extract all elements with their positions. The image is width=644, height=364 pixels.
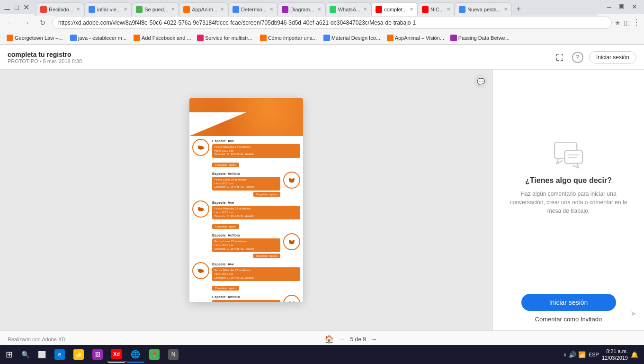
tab-close-icon[interactable]: ✕ [269,7,273,12]
task-view-button[interactable]: ⬜ [34,346,50,363]
comment-sidebar: ¿Tienes algo que decir? Haz algún coment… [492,70,644,330]
minimize-icon[interactable]: ⚊ [4,3,10,12]
card-detail-text-1: Fecha: Miércoles 27 de febreroHora: 09:2… [215,146,298,156]
speaker-icon[interactable]: 🔊 [569,351,576,358]
forward-button[interactable]: → [20,16,33,29]
completar-registro-btn-1[interactable]: Completar registro [212,163,239,167]
network-icon[interactable]: 📶 [578,351,586,358]
taskbar-right: ∧ 🔊 📶 ESP 8:21 a.m. 12/03/2019 🔔 [563,348,642,362]
bookmark-appanimal[interactable]: AppAnimal – Visión... [384,34,446,42]
page-info: 5 de 9 [350,336,366,343]
bird-icon-circle-5 [192,262,209,279]
bookmark-addfacebook[interactable]: Add Facebook and ... [131,34,192,42]
tab-whatsapp[interactable]: WhatsA... ✕ [325,2,372,16]
adobexd-taskbar-btn[interactable]: Xd [107,346,125,363]
send-icon[interactable]: ➤ [630,309,636,318]
bookmark-material[interactable]: Material Design Ico... [321,34,382,42]
card-species-4: Especie: Anfibio [212,233,280,237]
maps-taskbar-btn[interactable]: 📍 [145,346,163,363]
xd-canvas: 💬 [0,70,492,330]
card-detail-text-3: Fecha: Miércoles 27 de febreroHora: 09:2… [215,207,298,218]
win-minimize-btn[interactable]: – [604,3,614,11]
win-close-btn[interactable]: ✕ [629,3,640,11]
comment-footer: Iniciar sesión Comentar como Invitado ➤ [493,286,644,330]
card-species-1: Especie: Ave [212,139,300,143]
chrome-taskbar-btn[interactable]: 🌐 [126,346,144,363]
comment-empty-area: ¿Tienes algo que decir? Haz algún coment… [493,70,644,286]
tab-determin[interactable]: Determin... ✕ [228,2,277,16]
completar-registro-btn-5[interactable]: Completar registro [212,286,239,291]
tab-sepuede[interactable]: Se pued... ✕ [132,2,179,16]
address-bar: ← → ↻ ★ ◫ ⋮ [0,14,644,31]
tab-nueva[interactable]: Nueva pesta... ✕ [455,2,512,16]
tab-appanimal[interactable]: AppAnim... ✕ [179,2,228,16]
xd-title: completa tu registro [8,51,82,58]
card-detail-box-4: Fecha: Lunes 25 de febreroHora: 08:30 a.… [212,238,280,252]
tab-close-icon[interactable]: ✕ [124,7,127,12]
explorer-taskbar-btn[interactable]: 📁 [70,346,88,363]
tab-bar: Recibido... ✕ inflár vie... ✕ Se pued...… [34,0,598,16]
browser-menu-button[interactable]: ⋮ [633,18,640,27]
comment-panel-toggle[interactable]: 💬 [474,74,488,89]
home-icon[interactable]: 🏠 [324,335,334,344]
tab-close-icon[interactable]: ✕ [76,7,80,12]
refresh-button[interactable]: ↻ [36,16,49,29]
search-button[interactable]: 🔍 [18,346,33,363]
taskbar-up-icon[interactable]: ∧ [563,352,567,358]
maximize-icon[interactable]: ◻ [14,4,19,11]
svg-point-6 [198,207,201,209]
next-page-button[interactable]: → [371,336,377,343]
prev-page-button[interactable]: ← [339,336,345,343]
back-button[interactable]: ← [4,16,17,29]
fullscreen-icon[interactable] [553,51,566,64]
taskbar-time: 8:21 a.m. [602,348,628,355]
completar-registro-btn-3[interactable]: Completar registro [212,224,239,229]
close-icon[interactable]: ✕ [23,3,29,12]
app10-taskbar-btn[interactable]: N [164,346,182,363]
tab-close-icon[interactable]: ✕ [220,7,224,12]
comentar-invitado-button[interactable]: Comentar como Invitado [535,316,602,323]
tab-nic[interactable]: NIC... ✕ [418,2,455,16]
completar-registro-btn-2[interactable]: Completar registro [253,192,280,197]
bookmark-service[interactable]: Service for multistr... [194,34,255,42]
tab-close-icon[interactable]: ✕ [410,7,413,12]
taskbar: ⊞ 🔍 ⬜ e 📁 🖼 Xd 🌐 📍 N ∧ 🔊 📶 ESP 8:21 a.m.… [0,345,644,364]
svg-point-8 [289,240,291,242]
tab-close-icon[interactable]: ✕ [504,7,508,12]
bookmark-georgetown[interactable]: Georgetown Law –... [4,34,65,42]
iniciar-sesion-header-button[interactable]: Iniciar sesión [589,51,636,64]
help-icon[interactable]: ? [572,52,583,63]
language-indicator[interactable]: ESP [589,352,599,357]
svg-point-3 [289,178,291,181]
bookmark-passing[interactable]: Passing Data Betwe... [447,34,509,42]
extensions-icon[interactable]: ◫ [624,19,630,27]
bookmark-java[interactable]: java - establecer m... [67,34,129,42]
address-input[interactable] [52,17,612,29]
svg-point-1 [198,146,201,148]
completar-registro-btn-4[interactable]: Completar registro [253,254,280,258]
tab-close-icon[interactable]: ✕ [363,7,367,12]
edge-taskbar-btn[interactable]: e [51,346,69,363]
tab-completa[interactable]: complet... ✕ [371,2,418,16]
tab-inflar[interactable]: inflár vie... ✕ [84,2,132,16]
xd-app: completa tu registro PROTOTIPO • 8 mar. … [0,45,644,347]
photos-taskbar-btn[interactable]: 🖼 [89,346,107,363]
card-info-6: Especie: Anfibio Fecha: Lunes 25 de febr… [212,295,280,302]
frog-icon-circle-2 [283,172,300,189]
tab-close-icon[interactable]: ✕ [317,7,321,12]
iniciar-sesion-footer-button[interactable]: Iniciar sesión [521,294,616,311]
browser-chrome: ⚊ ◻ ✕ Recibido... ✕ inflár vie... ✕ Se p… [0,0,644,45]
tab-close-icon[interactable]: ✕ [171,7,175,12]
bookmark-star-icon[interactable]: ★ [615,19,621,27]
prototype-frame: Especie: Ave Fecha: Miércoles 27 de febr… [189,98,303,302]
card-species-3: Especie: Ave [212,200,300,205]
bookmark-importar[interactable]: Cómo importar una... [257,34,319,42]
tab-diagram[interactable]: Diagram... ✕ [277,2,325,16]
card-detail-text-6: Fecha: Lunes 25 de febreroHora: 08:30 a.… [215,301,278,302]
notification-icon[interactable]: 🔔 [631,351,638,358]
tab-close-icon[interactable]: ✕ [447,7,450,12]
start-button[interactable]: ⊞ [2,346,17,363]
new-tab-button[interactable]: + [512,2,525,16]
win-restore-btn[interactable]: ▣ [616,3,627,11]
tab-recibido[interactable]: Recibido... ✕ [36,2,84,16]
